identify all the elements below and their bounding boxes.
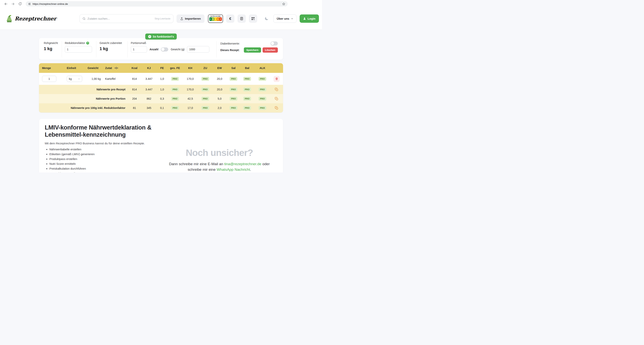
fe-value: 0,3 xyxy=(156,97,168,100)
anzahl-gewicht-toggle[interactable] xyxy=(161,47,168,51)
menge-input[interactable] xyxy=(42,76,56,82)
kh-value: 17,0 xyxy=(182,106,199,109)
fe-value: 0,1 xyxy=(156,106,168,109)
col-header-sal: Sal xyxy=(227,66,240,70)
price-calculation-button[interactable]: € xyxy=(226,14,234,23)
url-bar[interactable]: https://rezeptrechner-online.de xyxy=(26,1,288,6)
kj-value: 3.447 xyxy=(142,88,156,91)
person-icon xyxy=(303,17,306,20)
browser-window: https://rezeptrechner-online.de Rezeptre… xyxy=(0,0,322,172)
about-us-button[interactable]: Über uns xyxy=(274,14,296,23)
pro-badge[interactable]: PRO xyxy=(230,97,238,101)
summary-row-portion: Nährwerte pro Portion 204 862 0,3 PRO 42… xyxy=(39,94,283,103)
qr-code-button[interactable] xyxy=(249,14,257,23)
promo-intro: Mit dem Rezeptrechner PRO Business kanns… xyxy=(45,142,277,145)
col-header-menge: Menge xyxy=(39,66,64,70)
kcal-value: 204 xyxy=(127,97,142,100)
nutri-grade-e: E xyxy=(219,17,222,21)
anzahl-label: Anzahl xyxy=(150,48,158,51)
pro-badge[interactable]: PRO xyxy=(202,77,209,81)
col-header-alk: ALK xyxy=(255,66,270,70)
cta-text: Dann schreibe mir eine E-Mail an tina@re… xyxy=(165,161,274,172)
copy-values-button[interactable] xyxy=(275,106,278,110)
diabetikerwerte-toggle[interactable] xyxy=(270,41,278,45)
search-input[interactable] xyxy=(88,17,155,20)
reduktionsfaktor-help-icon[interactable]: ? xyxy=(86,42,89,44)
site-settings-icon[interactable] xyxy=(28,2,31,5)
pro-badge[interactable]: PRO xyxy=(258,77,266,81)
nutri-grade-b: B xyxy=(212,17,214,21)
kcal-value: 814 xyxy=(127,77,142,80)
promo-title: LMIV-konforme Nährwertdeklaration & Lebe… xyxy=(45,124,277,138)
cta-text-part1: Dann schreibe mir eine E-Mail an xyxy=(169,162,223,166)
pro-badge[interactable]: PRO xyxy=(171,77,179,81)
ingredient-search[interactable]: Strg-Leertaste xyxy=(80,14,174,23)
nutri-score-badge[interactable]: NUTRI-SCORE A B C D E xyxy=(208,14,223,23)
portionsmass-input[interactable] xyxy=(131,46,147,53)
pro-badge[interactable]: PRO xyxy=(202,97,209,101)
forward-button[interactable] xyxy=(10,1,16,6)
speichern-button[interactable]: Speichern xyxy=(244,47,261,53)
brand-logo[interactable]: Rezeptrechner xyxy=(6,14,56,23)
import-label: Importieren xyxy=(185,17,201,20)
pro-badge[interactable]: PRO xyxy=(230,87,238,91)
promo-title-line1: LMIV-konforme Nährwertdeklaration & xyxy=(45,124,277,131)
einheit-value: kg xyxy=(69,77,72,80)
pro-badge[interactable]: PRO xyxy=(258,87,266,91)
pro-badge[interactable]: PRO xyxy=(258,106,266,110)
promo-title-line2: Lebensmittel-kennzeichnung xyxy=(45,131,277,138)
gewicht-g-input[interactable] xyxy=(187,46,209,53)
portionsmass-section: Portionsmaß Anzahl Gewicht (g) xyxy=(128,41,217,57)
cta-text-period: . xyxy=(250,167,251,172)
bookmark-star-icon[interactable] xyxy=(282,2,285,5)
pro-badge[interactable]: PRO xyxy=(202,87,209,91)
kcal-value: 814 xyxy=(127,88,142,91)
copy-icon xyxy=(275,97,278,101)
column-resize-icon[interactable] xyxy=(114,66,118,70)
reduktionsfaktor-input[interactable] xyxy=(65,46,92,53)
how-it-works-button[interactable]: ? So funktioniert's xyxy=(145,33,177,39)
copy-values-button[interactable] xyxy=(275,88,278,91)
dark-mode-toggle[interactable] xyxy=(264,16,269,21)
promo-card: LMIV-konforme Nährwertdeklaration & Lebe… xyxy=(39,119,283,172)
pro-badge[interactable]: PRO xyxy=(202,106,209,110)
col-header-ges-fe: ges. FE xyxy=(168,66,182,70)
col-header-gewicht: Gewicht xyxy=(84,66,102,70)
kh-value: 170,0 xyxy=(182,77,199,80)
pro-badge[interactable]: PRO xyxy=(258,97,266,101)
reload-button[interactable] xyxy=(17,1,23,6)
nutri-grade-a: A xyxy=(209,17,212,21)
whatsapp-link[interactable]: WhatsApp Nachricht xyxy=(217,167,250,172)
nutri-score-label: NUTRI-SCORE xyxy=(210,15,220,17)
recipe-sheet-button[interactable] xyxy=(238,14,246,23)
nutri-grade-c: C xyxy=(214,17,217,21)
how-it-works-label: So funktioniert's xyxy=(153,35,174,38)
pro-badge[interactable]: PRO xyxy=(243,87,251,91)
fe-value: 1,0 xyxy=(156,77,168,80)
einheit-select[interactable]: kg xyxy=(67,76,82,82)
qr-code-icon xyxy=(251,17,255,20)
login-button[interactable]: Login xyxy=(300,14,319,23)
rohgewicht-label: Rohgewicht xyxy=(44,41,62,44)
back-arrow-icon xyxy=(4,2,8,6)
back-button[interactable] xyxy=(3,1,8,6)
loeschen-button[interactable]: Löschen xyxy=(262,47,278,53)
toggle-knob xyxy=(161,48,164,51)
pro-badge[interactable]: PRO xyxy=(171,97,179,101)
email-link[interactable]: tina@rezeptrechner.de xyxy=(224,162,262,166)
rohgewicht-value: 1 kg xyxy=(44,46,62,51)
copy-values-button[interactable] xyxy=(275,97,278,101)
import-button[interactable]: Importieren xyxy=(176,14,205,23)
zutat-label: Zutat xyxy=(105,66,112,70)
pro-badge[interactable]: PRO xyxy=(171,106,179,110)
pro-badge[interactable]: PRO xyxy=(243,97,251,101)
pro-badge[interactable]: PRO xyxy=(243,106,251,110)
login-label: Login xyxy=(308,17,316,20)
col-header-zu: ZU xyxy=(199,66,212,70)
pro-badge[interactable]: PRO xyxy=(171,87,179,91)
pro-badge[interactable]: PRO xyxy=(243,77,251,81)
pro-badge[interactable]: PRO xyxy=(230,77,238,81)
euro-icon: € xyxy=(229,16,231,21)
delete-ingredient-button[interactable] xyxy=(274,76,280,82)
pro-badge[interactable]: PRO xyxy=(230,106,238,110)
